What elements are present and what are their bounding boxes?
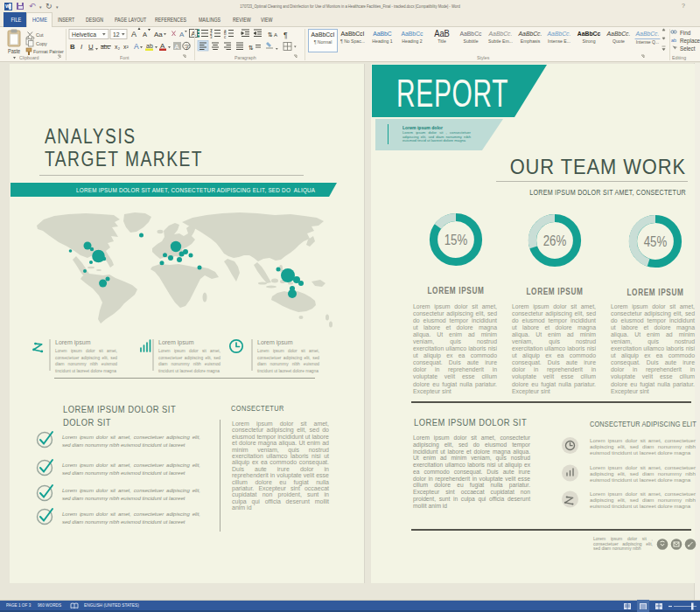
- svg-text:x₂: x₂: [115, 44, 120, 50]
- svg-text:I: I: [80, 43, 83, 51]
- svg-text:3: 3: [210, 35, 213, 39]
- svg-text:A: A: [160, 42, 165, 50]
- svg-text:c: c: [224, 35, 227, 39]
- svg-text:abc: abc: [101, 44, 111, 50]
- svg-text:字: 字: [185, 44, 191, 50]
- svg-text:x²: x²: [123, 44, 129, 50]
- svg-text:ab: ab: [671, 38, 676, 43]
- svg-text:12: 12: [113, 31, 120, 38]
- svg-text:Find: Find: [680, 30, 691, 36]
- svg-text:Cut: Cut: [36, 32, 44, 38]
- svg-text:Copy: Copy: [36, 41, 47, 46]
- svg-text:Replace: Replace: [680, 38, 700, 45]
- svg-text:Aa: Aa: [154, 31, 163, 38]
- svg-text:A: A: [274, 32, 277, 38]
- svg-text:⇅: ⇅: [268, 31, 273, 38]
- svg-text:Select: Select: [680, 45, 696, 52]
- svg-text:A: A: [131, 30, 136, 38]
- svg-text:A: A: [175, 43, 179, 51]
- svg-text:⇅: ⇅: [248, 45, 254, 51]
- svg-text:A: A: [179, 31, 185, 38]
- svg-text:B: B: [70, 43, 75, 51]
- svg-text:¶: ¶: [284, 31, 288, 39]
- svg-text:U: U: [88, 43, 94, 51]
- svg-text:ab: ab: [146, 43, 153, 49]
- svg-text:Helvetica: Helvetica: [72, 31, 96, 38]
- svg-text:A: A: [134, 42, 139, 51]
- svg-text:A: A: [143, 31, 147, 38]
